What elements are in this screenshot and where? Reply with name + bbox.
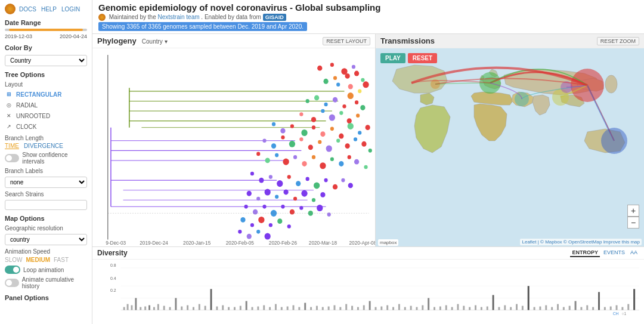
svg-rect-229: [592, 307, 594, 310]
svg-rect-224: [563, 307, 565, 310]
svg-rect-234: [621, 307, 623, 310]
svg-point-70: [283, 159, 289, 165]
svg-point-79: [364, 165, 367, 169]
svg-point-76: [339, 161, 343, 166]
loop-animation-toggle[interactable]: [5, 266, 20, 274]
layout-radial[interactable]: ◎ RADIAL: [5, 100, 87, 110]
svg-point-74: [320, 163, 326, 169]
svg-rect-211: [487, 307, 488, 310]
svg-text:0.4: 0.4: [110, 276, 116, 280]
svg-point-47: [312, 126, 315, 130]
aa-tab[interactable]: AA: [628, 249, 639, 257]
svg-point-93: [256, 197, 260, 201]
svg-rect-157: [169, 307, 171, 310]
phylogeny-tree-svg: 9-Dec-03 2019-Dec-24 2020-Jan-15 2020-Fe…: [92, 48, 375, 246]
svg-rect-202: [434, 307, 435, 310]
svg-point-86: [306, 177, 309, 181]
layout-unrooted[interactable]: ✕ UNROOTED: [5, 110, 87, 121]
svg-point-52: [358, 131, 361, 135]
svg-point-24: [361, 78, 364, 82]
svg-rect-225: [569, 306, 571, 310]
svg-point-28: [306, 99, 309, 103]
geo-resolution-label: Geographic resolution: [5, 225, 87, 232]
svg-rect-208: [469, 307, 470, 310]
svg-rect-187: [345, 304, 347, 310]
confidence-label: Show confidence intervals: [22, 152, 87, 165]
svg-point-33: [348, 92, 354, 99]
date-range-slider[interactable]: [5, 29, 87, 31]
clock-label: CLOCK: [16, 124, 36, 130]
phylogeny-subtitle[interactable]: Country ▾: [142, 38, 168, 45]
geo-resolution-select[interactable]: country: [5, 234, 87, 245]
svg-point-30: [324, 103, 327, 107]
loop-animation-row: Loop animation: [5, 266, 87, 274]
search-strains-input[interactable]: [5, 200, 87, 210]
svg-rect-188: [351, 306, 353, 310]
svg-rect-152: [144, 307, 146, 310]
svg-point-80: [250, 172, 254, 176]
map-attribution[interactable]: Leaflet | © Mapbox © OpenStreetMap Impro…: [520, 239, 642, 245]
svg-point-29: [314, 95, 319, 101]
color-by-select[interactable]: Country: [5, 55, 87, 66]
speed-fast[interactable]: FAST: [54, 257, 69, 263]
animate-cumulative-row: Animate cumulative history: [5, 276, 87, 289]
nextstrain-team-link[interactable]: Nextstrain team: [158, 14, 200, 20]
reset-layout-button[interactable]: RESET LAYOUT: [323, 37, 370, 45]
svg-rect-0: [92, 48, 375, 246]
date-range-label: Date Range: [5, 19, 87, 26]
svg-rect-192: [375, 307, 377, 310]
layout-rectangular[interactable]: ⊞ RECTANGULAR: [5, 89, 87, 100]
login-link[interactable]: LOGIN: [61, 6, 80, 13]
branch-time[interactable]: TIME: [5, 143, 19, 149]
svg-rect-151: [140, 307, 141, 310]
svg-rect-181: [310, 307, 312, 310]
svg-rect-196: [398, 304, 400, 310]
world-map-container[interactable]: PLAY RESET + − mapbox Leaflet | © Mapbox…: [376, 48, 644, 246]
zoom-out-button[interactable]: −: [627, 217, 639, 229]
svg-rect-160: [187, 306, 188, 310]
branch-labels-select[interactable]: none: [5, 177, 87, 188]
speed-slow[interactable]: SLOW: [5, 257, 22, 263]
phylogeny-svg[interactable]: 9-Dec-03 2019-Dec-24 2020-Jan-15 2020-Fe…: [92, 48, 375, 246]
svg-rect-170: [246, 301, 247, 310]
help-link[interactable]: HELP: [41, 6, 57, 13]
events-tab[interactable]: EVENTS: [602, 249, 627, 257]
svg-rect-174: [269, 307, 271, 310]
svg-point-42: [356, 114, 360, 118]
logo-bar: DOCS HELP LOGIN: [5, 4, 87, 14]
svg-point-89: [333, 184, 338, 190]
svg-point-92: [247, 191, 252, 196]
unrooted-icon: ✕: [5, 112, 13, 120]
layout-clock[interactable]: ↗ CLOCK: [5, 121, 87, 132]
animation-speed-label: Animation Speed: [5, 248, 87, 255]
reset-zoom-button[interactable]: RESET ZOOM: [597, 37, 639, 45]
svg-rect-173: [263, 306, 265, 310]
svg-point-58: [299, 138, 303, 142]
svg-point-82: [269, 175, 273, 180]
docs-link[interactable]: DOCS: [19, 6, 36, 13]
radial-icon: ◎: [5, 101, 13, 109]
nextstrain-logo-small: [98, 14, 106, 21]
svg-point-91: [348, 183, 353, 189]
speed-medium[interactable]: MEDIUM: [26, 257, 50, 263]
svg-rect-189: [357, 307, 359, 310]
animate-cumulative-toggle[interactable]: [5, 279, 19, 287]
svg-rect-219: [534, 307, 535, 310]
svg-point-55: [271, 144, 276, 149]
svg-rect-172: [257, 307, 259, 310]
svg-point-90: [341, 178, 345, 183]
zoom-in-button[interactable]: +: [627, 205, 639, 217]
svg-point-78: [354, 159, 359, 165]
map-reset-button[interactable]: RESET: [408, 53, 437, 63]
branch-divergence[interactable]: DIVERGENCE: [24, 143, 63, 149]
svg-point-32: [342, 104, 346, 109]
svg-point-54: [262, 139, 266, 143]
svg-point-100: [320, 192, 325, 198]
diversity-chart[interactable]: 0.8 0.4 0.2: [92, 260, 644, 324]
diversity-chart-svg: 0.8 0.4 0.2: [110, 262, 639, 316]
svg-rect-193: [380, 307, 382, 310]
confidence-toggle[interactable]: [5, 154, 19, 162]
gisaid-badge[interactable]: GISAID: [263, 14, 286, 21]
entropy-tab[interactable]: ENTROPY: [570, 249, 600, 257]
play-button[interactable]: PLAY: [380, 53, 405, 63]
